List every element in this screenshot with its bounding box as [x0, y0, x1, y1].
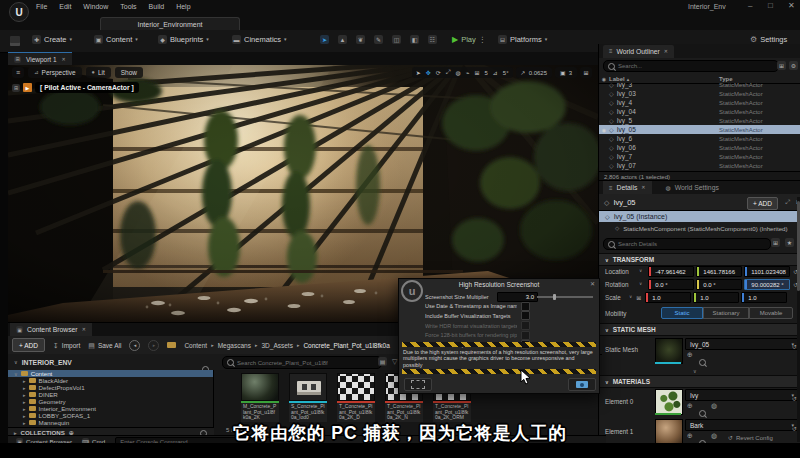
show-menu[interactable]: Show	[115, 67, 143, 78]
outliner-row[interactable]: ◇Ivy_4StaticMeshActor	[599, 98, 800, 107]
material-thumbnail-ivy[interactable]	[655, 389, 683, 415]
forward-button[interactable]: ▸	[148, 340, 159, 351]
multiplier-slider-track[interactable]	[537, 296, 593, 298]
details-search-input[interactable]: Search Details	[603, 238, 771, 250]
expand-advanced-icon[interactable]: ∨	[693, 368, 697, 374]
close-dialog-icon[interactable]: ✕	[590, 281, 595, 287]
camera-speed-control[interactable]: ↗ 0.0625	[516, 67, 552, 78]
scale-tool-icon[interactable]: ⤢	[446, 69, 451, 76]
folder-row[interactable]: ▸DefectPropsVol1	[8, 384, 213, 391]
save-all-button[interactable]: ▤ Save All	[88, 342, 121, 349]
use-selected-asset-icon[interactable]: ⊕	[687, 402, 693, 409]
rotation-x-field[interactable]: 0.0 °	[655, 282, 667, 288]
view-mode-selector[interactable]: ● Lit	[86, 67, 111, 78]
folder-row[interactable]: ▸LOBBY_SOFAS_1	[8, 412, 213, 419]
breadcrumb-item[interactable]: 3D_Assets	[261, 342, 292, 349]
label-column-header[interactable]: Label	[609, 76, 625, 82]
static-mesh-dropdown[interactable]: Ivy_05 ▾	[685, 338, 799, 350]
mesh-paint-mode-icon[interactable]: ✎	[374, 35, 383, 44]
mobility-movable-button[interactable]: Movable	[749, 307, 793, 319]
static-mesh-section-header[interactable]: ∨ STATIC MESH	[599, 323, 800, 336]
details-tab[interactable]: ≡ Details ✕	[603, 181, 652, 194]
angle-snap-icon[interactable]: ⊿	[493, 69, 498, 76]
play-button[interactable]: ▶ Play ⋮	[452, 35, 486, 44]
outliner-row[interactable]: ◇Ivy_6StaticMeshActor	[599, 134, 800, 143]
move-tool-icon[interactable]: ✥	[426, 69, 431, 76]
grid-snap-icon[interactable]: ⊞	[474, 69, 479, 76]
mobility-stationary-button[interactable]: Stationary	[703, 307, 749, 319]
option-checkbox[interactable]	[521, 311, 530, 320]
sources-header-label[interactable]: INTERIOR_ENV	[22, 359, 72, 366]
rotate-tool-icon[interactable]: ⟳	[436, 69, 441, 76]
level-tab[interactable]: Interior_Environment	[100, 17, 240, 31]
fracture-mode-icon[interactable]: ◫	[392, 35, 401, 44]
maximize-button[interactable]: □	[768, 2, 773, 10]
caret-down-icon[interactable]: ∨	[639, 282, 642, 287]
menu-edit[interactable]: Edit	[59, 3, 71, 10]
rotation-z-field[interactable]: 90.000282 °	[751, 282, 783, 288]
import-button[interactable]: ↧ Import	[53, 342, 80, 349]
mobility-static-button[interactable]: Static	[661, 307, 703, 319]
viewport-tab[interactable]: ⊞ Viewport 1 ✕	[8, 52, 72, 66]
specify-capture-region-button[interactable]	[404, 378, 432, 391]
chevron-down-icon[interactable]: ∨	[14, 360, 18, 365]
world-settings-tab[interactable]: ◍ World Settings	[660, 181, 725, 194]
eye-icon[interactable]: ◉	[599, 127, 609, 133]
transform-section-header[interactable]: ∨ TRANSFORM	[599, 253, 800, 266]
outliner-row[interactable]: ◇Ivy_06StaticMeshActor	[599, 143, 800, 152]
multiplier-value-field[interactable]: 3.0	[497, 292, 538, 302]
multiplier-slider-handle[interactable]	[553, 294, 556, 301]
breadcrumb-item[interactable]: Content	[184, 342, 207, 349]
outliner-settings-icon[interactable]: ⚙	[789, 61, 798, 70]
option-checkbox[interactable]	[521, 302, 530, 311]
outliner-row[interactable]: ◇Ivy_04StaticMeshActor	[599, 107, 800, 116]
folder-row[interactable]: ▸Interior_Environment	[8, 405, 213, 412]
select-tool-icon[interactable]: ➤	[416, 69, 421, 76]
asset-tile[interactable]: S_Concrete_Plant_Pot_u1l8fk0a_lod0	[289, 373, 327, 422]
close-icon[interactable]: ✕	[62, 57, 66, 62]
close-icon[interactable]: ✕	[664, 49, 668, 54]
material-dropdown[interactable]: Ivy ▾	[685, 389, 799, 401]
settings-button[interactable]: ⚙ Settings	[750, 35, 787, 44]
outliner-row[interactable]: ◇Ivy_07StaticMeshActor	[599, 161, 800, 170]
outliner-add-folder-icon[interactable]: ⊞	[777, 61, 786, 70]
save-icon[interactable]	[10, 36, 20, 46]
viewport-options-menu[interactable]: ≡	[12, 67, 24, 78]
outliner-row[interactable]: ◇Ivy_03StaticMeshActor	[599, 89, 800, 98]
content-browser-tab[interactable]: ▣ Content Browser ✕	[10, 323, 92, 336]
camera-shortcuts[interactable]: ▣ 3	[555, 67, 577, 78]
close-icon[interactable]: ✕	[641, 185, 645, 190]
add-asset-button[interactable]: + ADD	[12, 338, 45, 352]
asset-search-input[interactable]: Search Concrete_Plant_Pot_u1l8f	[222, 356, 382, 369]
scale-y-field[interactable]: 1.0	[700, 295, 708, 301]
content-button[interactable]: ▣ Content ▾	[94, 35, 138, 44]
scale-x-field[interactable]: 1.0	[652, 295, 660, 301]
select-mode-icon[interactable]: ➤	[320, 35, 329, 44]
play-options-kebab-icon[interactable]: ⋮	[479, 36, 487, 44]
platforms-button[interactable]: ⊟ Platforms ▾	[498, 35, 547, 44]
folder-row[interactable]: ▸BlackAlder	[8, 377, 213, 384]
create-button[interactable]: ✚ Create ▾	[32, 35, 72, 44]
pilot-camera-icon[interactable]: ▶	[23, 83, 32, 92]
materials-section-header[interactable]: ∨ MATERIALS	[599, 375, 800, 388]
folder-row[interactable]: ▸Geometry	[8, 398, 213, 405]
surface-snap-icon[interactable]: ⌁	[466, 69, 470, 76]
favorites-star-icon[interactable]: ★	[785, 238, 794, 247]
location-z-field[interactable]: 1101.023408	[751, 269, 786, 275]
cinematics-button[interactable]: ▬ Cinematics ▾	[232, 35, 287, 44]
maximize-viewport-button[interactable]: ⊞	[580, 67, 592, 78]
scale-lock-icon[interactable]: ⊠	[636, 295, 641, 301]
angle-snap-value[interactable]: 5°	[503, 70, 509, 76]
brush-mode-icon[interactable]: ◧	[410, 35, 419, 44]
type-column-header[interactable]: Type	[719, 76, 733, 82]
back-button[interactable]: ◂	[129, 340, 140, 351]
close-icon[interactable]: ✕	[82, 327, 86, 332]
folder-row-selected[interactable]: ∨Content	[8, 370, 213, 377]
menu-help[interactable]: Help	[176, 3, 190, 10]
dialog-title-bar[interactable]: High Resolution Screenshot ✕	[399, 279, 599, 290]
rotation-y-field[interactable]: 0.0 °	[703, 282, 715, 288]
scale-z-field[interactable]: 1.0	[748, 295, 756, 301]
caret-down-icon[interactable]: ∨	[639, 269, 642, 274]
property-matrix-icon[interactable]: ⊞	[771, 238, 780, 247]
use-selected-asset-icon[interactable]: ⊕	[687, 351, 693, 358]
